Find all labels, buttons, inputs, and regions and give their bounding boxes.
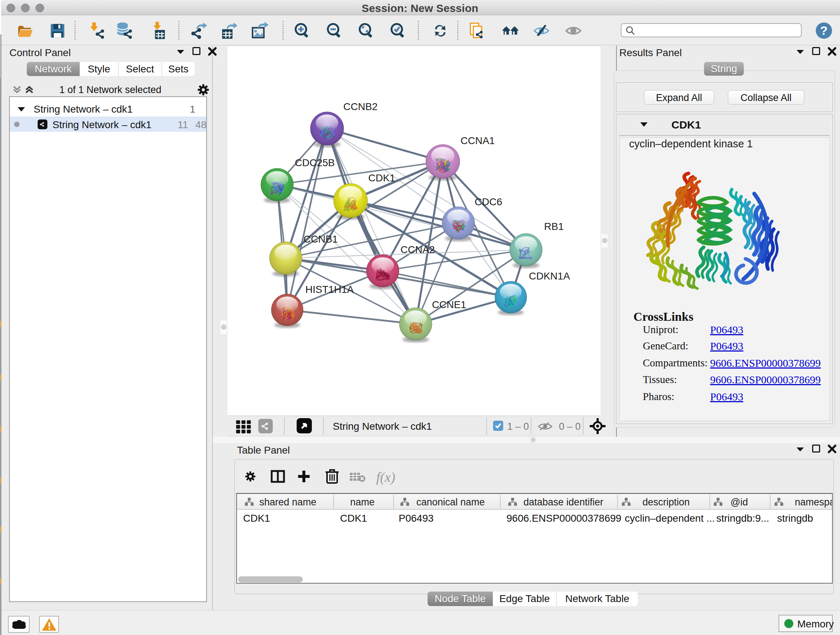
svg-text:CCNE1: CCNE1 [432,299,466,310]
svg-text:CCNA1: CCNA1 [461,135,495,146]
svg-text:CDK1: CDK1 [368,172,395,184]
svg-text:CDKN1A: CDKN1A [529,271,570,282]
svg-text:RB1: RB1 [544,221,564,232]
svg-text:CCNB2: CCNB2 [343,101,378,112]
svg-text:CCNB1: CCNB1 [303,233,338,245]
svg-text:CDC25B: CDC25B [295,157,335,168]
svg-text:HIST1H1A: HIST1H1A [305,284,354,295]
svg-text:CCNA2: CCNA2 [401,244,435,255]
svg-text:CDC6: CDC6 [475,196,502,207]
